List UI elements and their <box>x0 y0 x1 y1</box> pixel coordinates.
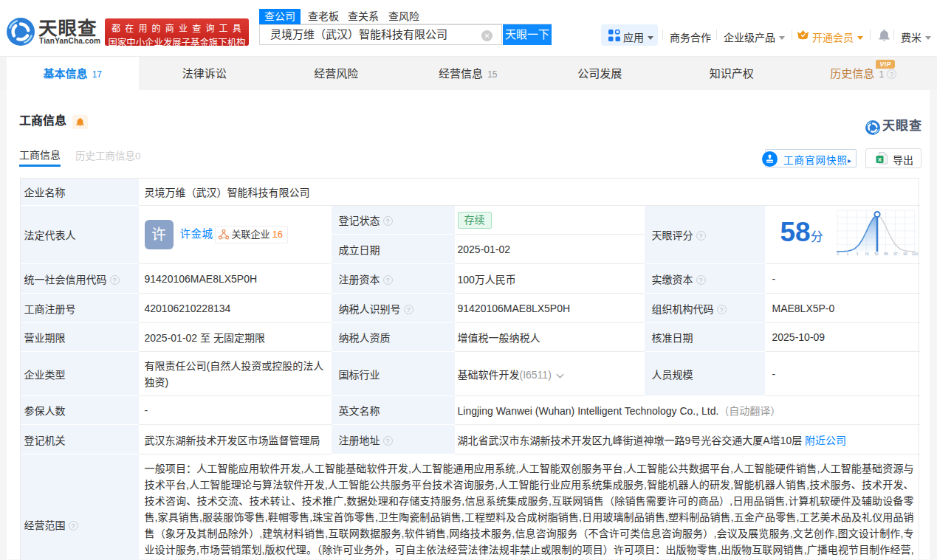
svg-text:99: 99 <box>903 252 907 255</box>
svg-text:97: 97 <box>893 252 898 255</box>
svg-text:50: 50 <box>874 252 879 255</box>
svg-text:100: 100 <box>911 252 918 255</box>
svg-text:15: 15 <box>865 252 869 255</box>
svg-text:0: 0 <box>837 252 839 255</box>
svg-text:3: 3 <box>856 252 858 255</box>
svg-text:1: 1 <box>846 252 848 255</box>
svg-text:X: X <box>878 156 882 163</box>
svg-text:85: 85 <box>884 252 888 255</box>
